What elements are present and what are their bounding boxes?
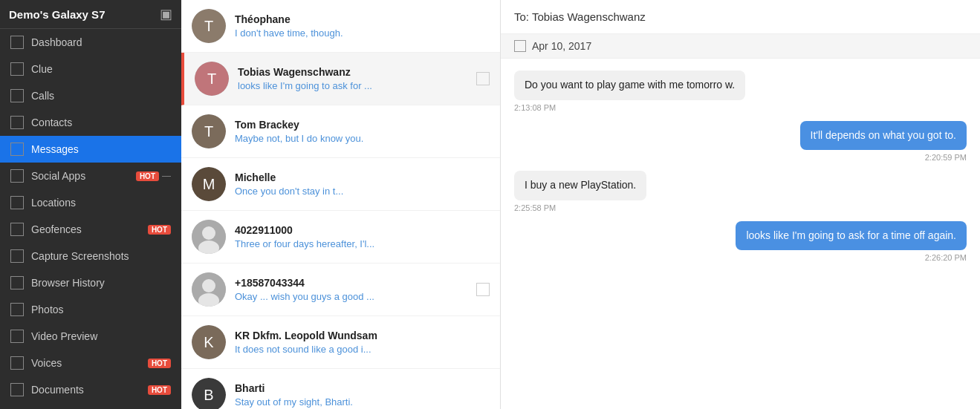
sidebar-label-photos: Photos <box>31 304 171 315</box>
message-sender-name: 4022911000 <box>235 224 490 236</box>
message-checkbox[interactable] <box>476 72 490 85</box>
sidebar-icon-social-apps <box>10 169 24 183</box>
message-content: 4022911000Three or four days hereafter, … <box>235 224 490 249</box>
message-content: +18587043344Okay ... wish you guys a goo… <box>235 277 470 302</box>
sidebar-item-photos[interactable]: Photos <box>0 296 181 323</box>
sidebar-label-locations: Locations <box>31 197 171 209</box>
sidebar-item-calls[interactable]: Calls <box>0 82 181 109</box>
message-item-michelle[interactable]: MMichelleOnce you don't stay in t... <box>181 158 500 211</box>
message-item-tobias[interactable]: TTobias Wagenschwanzlooks like I'm going… <box>181 53 500 105</box>
chat-date: Apr 10, 2017 <box>532 40 591 52</box>
hot-badge: HOT <box>148 225 171 235</box>
sidebar-item-clue[interactable]: Clue <box>0 56 181 82</box>
message-content: MichelleOnce you don't stay in t... <box>235 171 490 197</box>
message-sender-name: KR Dkfm. Leopold Wundsam <box>235 330 490 341</box>
svg-text:K: K <box>204 334 214 350</box>
chat-message-msg4: looks like I'm going to ask for a time o… <box>514 221 967 263</box>
chat-message-msg1: Do you want to play game with me tomorro… <box>514 71 967 112</box>
sidebar-icon-photos <box>10 303 24 316</box>
sidebar-label-dashboard: Dashboard <box>31 36 171 48</box>
message-preview: It does not sound like a good i... <box>235 344 490 355</box>
message-preview: looks like I'm going to ask for ... <box>238 80 470 91</box>
chat-message-msg2: It'll depends on what you got to.2:20:59… <box>514 121 967 163</box>
message-item-tom[interactable]: TTom BrackeyMaybe not, but I do know you… <box>181 105 500 158</box>
chat-header: To: Tobias Wagenschwanz <box>501 0 980 34</box>
sidebar-item-calendars[interactable]: Calendars <box>0 403 181 409</box>
avatar: M <box>192 167 226 201</box>
sidebar-icon-voices <box>10 356 24 370</box>
sidebar-icon-video-preview <box>10 330 24 343</box>
message-content: BhartiStay out of my sight, Bharti. <box>235 382 490 408</box>
sidebar-item-locations[interactable]: Locations <box>0 189 181 216</box>
message-bubble: looks like I'm going to ask for a time o… <box>736 221 967 251</box>
svg-text:B: B <box>204 387 213 403</box>
device-title: Demo's Galaxy S7 <box>9 8 105 21</box>
sidebar-item-geofences[interactable]: GeofencesHOT <box>0 216 181 243</box>
message-item-plus18587[interactable]: +18587043344Okay ... wish you guys a goo… <box>181 264 500 316</box>
sidebar-label-messages: Messages <box>31 143 171 155</box>
message-preview: I don't have time, though. <box>235 27 490 39</box>
chat-message-msg3: I buy a new PlayStation.2:25:58 PM <box>514 171 967 212</box>
svg-text:T: T <box>207 71 216 87</box>
avatar: T <box>195 62 229 96</box>
chat-date-bar: Apr 10, 2017 <box>501 34 980 59</box>
sidebar-item-messages[interactable]: Messages <box>0 136 181 163</box>
collapse-icon[interactable]: — <box>162 171 171 181</box>
message-content: Tom BrackeyMaybe not, but I do know you. <box>235 119 490 144</box>
sidebar-label-browser-history: Browser History <box>31 277 171 289</box>
chat-messages: Do you want to play game with me tomorro… <box>501 59 980 409</box>
svg-point-12 <box>202 279 215 292</box>
sidebar-label-social-apps: Social Apps <box>31 170 132 182</box>
sidebar-item-video-preview[interactable]: Video Preview <box>0 323 181 350</box>
hot-badge: HOT <box>148 359 171 368</box>
sidebar-label-capture-screenshots: Capture Screenshots <box>31 250 171 262</box>
avatar: T <box>192 9 226 43</box>
message-preview: Stay out of my sight, Bharti. <box>235 396 490 408</box>
message-content: Tobias Wagenschwanzlooks like I'm going … <box>238 66 470 91</box>
message-item-4022911000[interactable]: 4022911000Three or four days hereafter, … <box>181 211 500 264</box>
message-preview: Okay ... wish you guys a good ... <box>235 291 470 302</box>
sidebar-item-documents[interactable]: DocumentsHOT <box>0 376 181 403</box>
avatar: K <box>192 325 226 359</box>
chat-recipient: Tobias Wagenschwanz <box>532 10 646 23</box>
message-item-kr-dkfm[interactable]: KKR Dkfm. Leopold WundsamIt does not sou… <box>181 316 500 369</box>
sidebar-icon-clue <box>10 62 24 76</box>
sidebar-header: Demo's Galaxy S7 ▣ <box>0 0 181 29</box>
hot-badge: HOT <box>136 171 159 181</box>
messages-list-panel: TThéophaneI don't have time, though.TTob… <box>181 0 501 409</box>
message-preview: Once you don't stay in t... <box>235 186 490 197</box>
sidebar-item-social-apps[interactable]: Social AppsHOT— <box>0 163 181 189</box>
sidebar-icon-locations <box>10 196 24 209</box>
sidebar-item-browser-history[interactable]: Browser History <box>0 269 181 296</box>
sidebar-item-dashboard[interactable]: Dashboard <box>0 29 181 56</box>
message-sender-name: Michelle <box>235 171 490 183</box>
message-time: 2:13:08 PM <box>514 103 556 112</box>
svg-text:T: T <box>204 18 213 34</box>
sidebar-icon-documents <box>10 383 24 396</box>
message-bubble: I buy a new PlayStation. <box>514 171 646 200</box>
to-label: To: <box>514 10 529 23</box>
message-bubble: Do you want to play game with me tomorro… <box>514 71 745 100</box>
avatar <box>192 272 226 307</box>
sidebar-icon-calls <box>10 89 24 102</box>
message-time: 2:20:59 PM <box>925 153 967 162</box>
message-item-theophane[interactable]: TThéophaneI don't have time, though. <box>181 0 500 53</box>
message-content: ThéophaneI don't have time, though. <box>235 13 490 39</box>
sidebar-icon-messages <box>10 143 24 156</box>
avatar: B <box>192 378 226 409</box>
sidebar-item-capture-screenshots[interactable]: Capture Screenshots <box>0 243 181 269</box>
message-time: 2:26:20 PM <box>925 253 967 262</box>
sidebar-label-geofences: Geofences <box>31 223 143 235</box>
sidebar-icon-capture-screenshots <box>10 249 24 263</box>
hot-badge: HOT <box>148 385 171 395</box>
chat-panel: To: Tobias Wagenschwanz Apr 10, 2017 Do … <box>501 0 980 409</box>
sidebar-label-video-preview: Video Preview <box>31 330 171 342</box>
svg-point-9 <box>202 226 215 240</box>
message-item-bharti[interactable]: BBhartiStay out of my sight, Bharti. <box>181 369 500 409</box>
sidebar-item-voices[interactable]: VoicesHOT <box>0 350 181 376</box>
sidebar-icon-contacts <box>10 116 24 129</box>
avatar: T <box>192 114 226 148</box>
message-checkbox[interactable] <box>476 283 490 296</box>
message-bubble: It'll depends on what you got to. <box>800 121 967 151</box>
sidebar-item-contacts[interactable]: Contacts <box>0 109 181 136</box>
